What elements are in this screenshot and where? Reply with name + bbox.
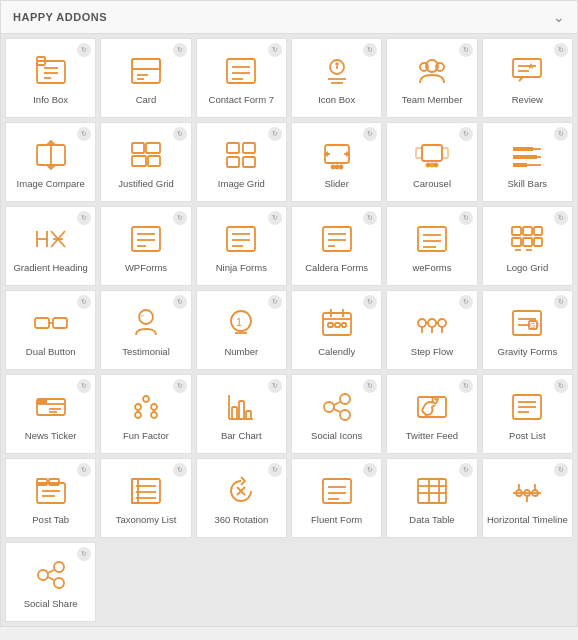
svg-point-45	[426, 164, 429, 167]
widget-post-tab[interactable]: ↻ Post Tab	[5, 458, 96, 538]
widget-team-member[interactable]: ↻ Team Member	[386, 38, 477, 118]
widget-label: Review	[512, 94, 543, 105]
svg-point-38	[331, 166, 334, 169]
card-icon	[127, 52, 165, 90]
dual-button-icon	[32, 304, 70, 342]
widget-social-share[interactable]: ↻ Social Share	[5, 542, 96, 622]
pro-badge: ↻	[268, 211, 282, 225]
widget-label: Info Box	[33, 94, 68, 105]
panel-toggle-button[interactable]: ⌄	[553, 9, 565, 25]
svg-point-170	[38, 570, 48, 580]
widget-fluent-form[interactable]: ↻ Fluent Form	[291, 458, 382, 538]
widget-info-box[interactable]: ↻ Info Box	[5, 38, 96, 118]
widget-fun-factor[interactable]: ↻ Fun Factor	[100, 374, 191, 454]
fun-factor-icon	[127, 388, 165, 426]
post-list-icon	[508, 388, 546, 426]
widget-weforms[interactable]: ↻ weForms	[386, 206, 477, 286]
svg-rect-126	[232, 407, 237, 419]
svg-rect-28	[132, 156, 146, 166]
widget-label: Justified Grid	[118, 178, 173, 189]
widget-ninja-forms[interactable]: ↻ Ninja Forms	[196, 206, 287, 286]
svg-point-117	[135, 404, 141, 410]
widget-gravity-forms[interactable]: ↻ GF Gravity Forms	[482, 290, 573, 370]
widget-news-ticker[interactable]: ↻ News Ticker	[5, 374, 96, 454]
justified-grid-icon	[127, 136, 165, 174]
widget-skill-bars[interactable]: ↻ Skill Bars	[482, 122, 573, 202]
widget-calendly[interactable]: ↻ Calendly	[291, 290, 382, 370]
svg-rect-97	[342, 323, 346, 327]
widget-contact-form-7[interactable]: ↻ Contact Form 7	[196, 38, 287, 118]
widget-image-grid[interactable]: ↻ Image Grid	[196, 122, 287, 202]
widget-testimonial[interactable]: ↻ " Testimonial	[100, 290, 191, 370]
widget-wpforms[interactable]: ↻ WPForms	[100, 206, 191, 286]
svg-point-171	[54, 562, 64, 572]
svg-rect-81	[534, 238, 542, 246]
widget-logo-grid[interactable]: ↻ Logo Grid	[482, 206, 573, 286]
pro-badge: ↻	[363, 463, 377, 477]
svg-rect-21	[513, 59, 541, 77]
svg-rect-143	[37, 479, 47, 485]
svg-rect-33	[243, 157, 255, 167]
widget-slider[interactable]: ↻ Slider	[291, 122, 382, 202]
pro-badge: ↻	[77, 43, 91, 57]
svg-point-118	[151, 404, 157, 410]
svg-point-119	[135, 412, 141, 418]
widget-label: 360 Rotation	[214, 514, 268, 525]
svg-rect-113	[37, 399, 47, 404]
widget-label: Logo Grid	[506, 262, 548, 273]
svg-rect-84	[35, 318, 49, 328]
widget-360-rotation[interactable]: ↻ 360 Rotation	[196, 458, 287, 538]
svg-rect-142	[37, 483, 65, 503]
svg-point-40	[339, 166, 342, 169]
pro-badge: ↻	[77, 127, 91, 141]
pro-badge: ↻	[268, 43, 282, 57]
pro-badge: ↻	[459, 379, 473, 393]
svg-point-99	[428, 319, 436, 327]
widget-number[interactable]: ↻ 1 Number	[196, 290, 287, 370]
social-icons-icon	[318, 388, 356, 426]
svg-point-120	[151, 412, 157, 418]
widget-label: Image Grid	[218, 178, 265, 189]
pro-badge: ↻	[77, 379, 91, 393]
widget-horizontal-timeline[interactable]: ↻ Horizontal Timeline	[482, 458, 573, 538]
svg-point-100	[438, 319, 446, 327]
widget-label: Gradient Heading	[13, 262, 87, 273]
widget-label: Post Tab	[32, 514, 69, 525]
widget-carousel[interactable]: ↻ Carousel	[386, 122, 477, 202]
svg-rect-151	[132, 479, 138, 503]
svg-point-172	[54, 578, 64, 588]
svg-rect-60	[132, 227, 160, 251]
pro-badge: ↻	[268, 463, 282, 477]
widget-step-flow[interactable]: ↻ Step Flow	[386, 290, 477, 370]
pro-badge: ↻	[77, 547, 91, 561]
pro-badge: ↻	[554, 379, 568, 393]
svg-point-15	[336, 63, 338, 65]
widget-label: Fluent Form	[311, 514, 362, 525]
widget-label: Fun Factor	[123, 430, 169, 441]
pro-badge: ↻	[173, 295, 187, 309]
svg-rect-77	[523, 227, 532, 235]
skill-bars-icon	[508, 136, 546, 174]
widget-justified-grid[interactable]: ↻ Justified Grid	[100, 122, 191, 202]
pro-badge: ↻	[554, 295, 568, 309]
widget-dual-button[interactable]: ↻ Dual Button	[5, 290, 96, 370]
widget-taxonomy-list[interactable]: ↻ Taxonomy List	[100, 458, 191, 538]
widget-card[interactable]: ↻ Card	[100, 38, 191, 118]
widget-twitter-feed[interactable]: ↻ Twitter Feed	[386, 374, 477, 454]
widget-post-list[interactable]: ↻ Post List	[482, 374, 573, 454]
widget-social-icons[interactable]: ↻ Social Icons	[291, 374, 382, 454]
svg-rect-78	[534, 227, 542, 235]
widget-label: WPForms	[125, 262, 167, 273]
widget-label: Team Member	[402, 94, 463, 105]
logo-grid-icon	[508, 220, 546, 258]
widget-caldera-forms[interactable]: ↻ Caldera Forms	[291, 206, 382, 286]
widget-gradient-heading[interactable]: ↻ Gradient Heading	[5, 206, 96, 286]
pro-badge: ↻	[77, 295, 91, 309]
widget-bar-chart[interactable]: ↻ Bar Chart	[196, 374, 287, 454]
pro-badge: ↻	[268, 127, 282, 141]
calendly-icon	[318, 304, 356, 342]
widget-image-compare[interactable]: ↻ Image Compare	[5, 122, 96, 202]
widget-data-table[interactable]: ↻ Data Table	[386, 458, 477, 538]
widget-icon-box[interactable]: ↻ Icon Box	[291, 38, 382, 118]
widget-review[interactable]: ↻ Review	[482, 38, 573, 118]
